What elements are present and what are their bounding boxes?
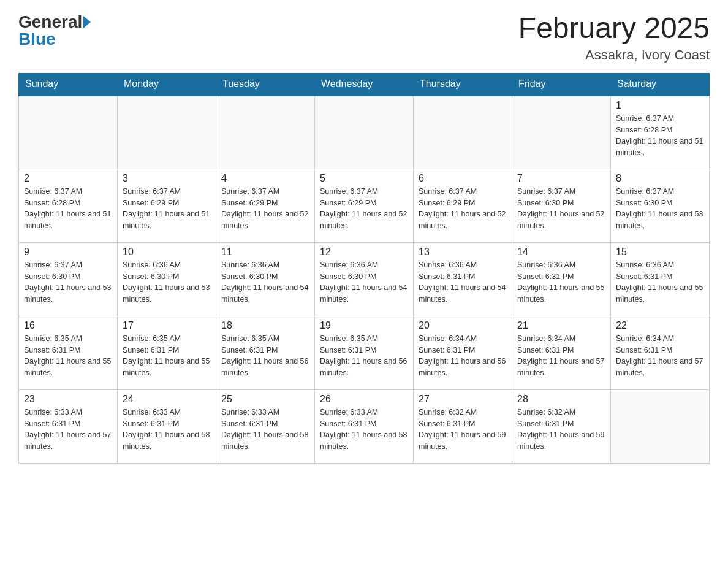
sun-info: Sunrise: 6:35 AM Sunset: 6:31 PM Dayligh… bbox=[320, 333, 408, 379]
calendar-cell: 13Sunrise: 6:36 AM Sunset: 6:31 PM Dayli… bbox=[414, 242, 512, 316]
calendar-cell: 26Sunrise: 6:33 AM Sunset: 6:31 PM Dayli… bbox=[315, 389, 414, 463]
logo-blue-word: Blue bbox=[18, 29, 56, 49]
sun-info: Sunrise: 6:37 AM Sunset: 6:30 PM Dayligh… bbox=[24, 259, 112, 305]
day-number: 21 bbox=[517, 320, 605, 331]
calendar-cell: 19Sunrise: 6:35 AM Sunset: 6:31 PM Dayli… bbox=[315, 316, 414, 389]
weekday-header-friday: Friday bbox=[512, 73, 611, 95]
calendar-cell: 15Sunrise: 6:36 AM Sunset: 6:31 PM Dayli… bbox=[611, 242, 710, 316]
day-number: 5 bbox=[320, 173, 408, 184]
day-number: 11 bbox=[221, 247, 309, 258]
sun-info: Sunrise: 6:37 AM Sunset: 6:28 PM Dayligh… bbox=[24, 186, 112, 232]
calendar-cell: 16Sunrise: 6:35 AM Sunset: 6:31 PM Dayli… bbox=[19, 316, 118, 389]
sun-info: Sunrise: 6:32 AM Sunset: 6:31 PM Dayligh… bbox=[517, 407, 605, 453]
day-number: 12 bbox=[320, 247, 408, 258]
calendar-cell: 7Sunrise: 6:37 AM Sunset: 6:30 PM Daylig… bbox=[512, 169, 611, 242]
calendar-cell: 8Sunrise: 6:37 AM Sunset: 6:30 PM Daylig… bbox=[611, 169, 710, 242]
weekday-header-tuesday: Tuesday bbox=[216, 73, 315, 95]
calendar-table: SundayMondayTuesdayWednesdayThursdayFrid… bbox=[18, 73, 710, 464]
calendar-cell: 21Sunrise: 6:34 AM Sunset: 6:31 PM Dayli… bbox=[512, 316, 611, 389]
sun-info: Sunrise: 6:37 AM Sunset: 6:29 PM Dayligh… bbox=[419, 186, 507, 232]
day-number: 16 bbox=[24, 320, 112, 331]
calendar-cell bbox=[19, 95, 118, 169]
calendar-cell bbox=[512, 95, 611, 169]
calendar-cell: 12Sunrise: 6:36 AM Sunset: 6:30 PM Dayli… bbox=[315, 242, 414, 316]
calendar-cell: 14Sunrise: 6:36 AM Sunset: 6:31 PM Dayli… bbox=[512, 242, 611, 316]
day-number: 15 bbox=[616, 247, 704, 258]
day-number: 27 bbox=[419, 394, 507, 405]
calendar-cell: 28Sunrise: 6:32 AM Sunset: 6:31 PM Dayli… bbox=[512, 389, 611, 463]
calendar-week-row: 2Sunrise: 6:37 AM Sunset: 6:28 PM Daylig… bbox=[19, 169, 710, 242]
calendar-cell: 9Sunrise: 6:37 AM Sunset: 6:30 PM Daylig… bbox=[19, 242, 118, 316]
day-number: 13 bbox=[419, 247, 507, 258]
sun-info: Sunrise: 6:37 AM Sunset: 6:30 PM Dayligh… bbox=[616, 186, 704, 232]
sun-info: Sunrise: 6:37 AM Sunset: 6:30 PM Dayligh… bbox=[517, 186, 605, 232]
calendar-cell: 10Sunrise: 6:36 AM Sunset: 6:30 PM Dayli… bbox=[118, 242, 216, 316]
calendar-cell: 6Sunrise: 6:37 AM Sunset: 6:29 PM Daylig… bbox=[414, 169, 512, 242]
weekday-header-saturday: Saturday bbox=[611, 73, 710, 95]
calendar-cell bbox=[118, 95, 216, 169]
day-number: 7 bbox=[517, 173, 605, 184]
calendar-cell: 4Sunrise: 6:37 AM Sunset: 6:29 PM Daylig… bbox=[216, 169, 315, 242]
calendar-cell: 27Sunrise: 6:32 AM Sunset: 6:31 PM Dayli… bbox=[414, 389, 512, 463]
sun-info: Sunrise: 6:37 AM Sunset: 6:29 PM Dayligh… bbox=[221, 186, 309, 232]
sun-info: Sunrise: 6:34 AM Sunset: 6:31 PM Dayligh… bbox=[616, 333, 704, 379]
day-number: 25 bbox=[221, 394, 309, 405]
sun-info: Sunrise: 6:36 AM Sunset: 6:31 PM Dayligh… bbox=[419, 259, 507, 305]
calendar-cell: 2Sunrise: 6:37 AM Sunset: 6:28 PM Daylig… bbox=[19, 169, 118, 242]
sun-info: Sunrise: 6:33 AM Sunset: 6:31 PM Dayligh… bbox=[320, 407, 408, 453]
weekday-header-wednesday: Wednesday bbox=[315, 73, 414, 95]
day-number: 23 bbox=[24, 394, 112, 405]
day-number: 19 bbox=[320, 320, 408, 331]
calendar-cell: 20Sunrise: 6:34 AM Sunset: 6:31 PM Dayli… bbox=[414, 316, 512, 389]
weekday-header-thursday: Thursday bbox=[414, 73, 512, 95]
day-number: 22 bbox=[616, 320, 704, 331]
day-number: 18 bbox=[221, 320, 309, 331]
calendar-cell bbox=[315, 95, 414, 169]
day-number: 26 bbox=[320, 394, 408, 405]
sun-info: Sunrise: 6:37 AM Sunset: 6:29 PM Dayligh… bbox=[320, 186, 408, 232]
calendar-cell: 24Sunrise: 6:33 AM Sunset: 6:31 PM Dayli… bbox=[118, 389, 216, 463]
sun-info: Sunrise: 6:36 AM Sunset: 6:30 PM Dayligh… bbox=[221, 259, 309, 305]
day-number: 6 bbox=[419, 173, 507, 184]
day-number: 28 bbox=[517, 394, 605, 405]
weekday-header-monday: Monday bbox=[118, 73, 216, 95]
calendar-cell bbox=[611, 389, 710, 463]
calendar-cell bbox=[216, 95, 315, 169]
calendar-cell: 23Sunrise: 6:33 AM Sunset: 6:31 PM Dayli… bbox=[19, 389, 118, 463]
sun-info: Sunrise: 6:37 AM Sunset: 6:28 PM Dayligh… bbox=[616, 113, 704, 159]
sun-info: Sunrise: 6:32 AM Sunset: 6:31 PM Dayligh… bbox=[419, 407, 507, 453]
sun-info: Sunrise: 6:36 AM Sunset: 6:30 PM Dayligh… bbox=[320, 259, 408, 305]
sun-info: Sunrise: 6:33 AM Sunset: 6:31 PM Dayligh… bbox=[24, 407, 112, 453]
calendar-week-row: 9Sunrise: 6:37 AM Sunset: 6:30 PM Daylig… bbox=[19, 242, 710, 316]
weekday-header-row: SundayMondayTuesdayWednesdayThursdayFrid… bbox=[19, 73, 710, 95]
day-number: 8 bbox=[616, 173, 704, 184]
calendar-cell: 18Sunrise: 6:35 AM Sunset: 6:31 PM Dayli… bbox=[216, 316, 315, 389]
day-number: 9 bbox=[24, 247, 112, 258]
day-number: 1 bbox=[616, 100, 704, 111]
calendar-cell: 5Sunrise: 6:37 AM Sunset: 6:29 PM Daylig… bbox=[315, 169, 414, 242]
calendar-cell bbox=[414, 95, 512, 169]
sun-info: Sunrise: 6:35 AM Sunset: 6:31 PM Dayligh… bbox=[24, 333, 112, 379]
calendar-cell: 1Sunrise: 6:37 AM Sunset: 6:28 PM Daylig… bbox=[611, 95, 710, 169]
sun-info: Sunrise: 6:36 AM Sunset: 6:31 PM Dayligh… bbox=[517, 259, 605, 305]
sun-info: Sunrise: 6:37 AM Sunset: 6:29 PM Dayligh… bbox=[123, 186, 211, 232]
calendar-week-row: 1Sunrise: 6:37 AM Sunset: 6:28 PM Daylig… bbox=[19, 95, 710, 169]
sun-info: Sunrise: 6:35 AM Sunset: 6:31 PM Dayligh… bbox=[123, 333, 211, 379]
day-number: 10 bbox=[123, 247, 211, 258]
title-area: February 2025 Assakra, Ivory Coast bbox=[518, 12, 710, 63]
sun-info: Sunrise: 6:35 AM Sunset: 6:31 PM Dayligh… bbox=[221, 333, 309, 379]
calendar-cell: 22Sunrise: 6:34 AM Sunset: 6:31 PM Dayli… bbox=[611, 316, 710, 389]
weekday-header-sunday: Sunday bbox=[19, 73, 118, 95]
day-number: 24 bbox=[123, 394, 211, 405]
day-number: 3 bbox=[123, 173, 211, 184]
sun-info: Sunrise: 6:33 AM Sunset: 6:31 PM Dayligh… bbox=[221, 407, 309, 453]
calendar-cell: 3Sunrise: 6:37 AM Sunset: 6:29 PM Daylig… bbox=[118, 169, 216, 242]
day-number: 20 bbox=[419, 320, 507, 331]
day-number: 2 bbox=[24, 173, 112, 184]
location-title: Assakra, Ivory Coast bbox=[518, 47, 710, 63]
sun-info: Sunrise: 6:36 AM Sunset: 6:30 PM Dayligh… bbox=[123, 259, 211, 305]
sun-info: Sunrise: 6:33 AM Sunset: 6:31 PM Dayligh… bbox=[123, 407, 211, 453]
calendar-week-row: 16Sunrise: 6:35 AM Sunset: 6:31 PM Dayli… bbox=[19, 316, 710, 389]
day-number: 14 bbox=[517, 247, 605, 258]
month-title: February 2025 bbox=[518, 12, 710, 45]
